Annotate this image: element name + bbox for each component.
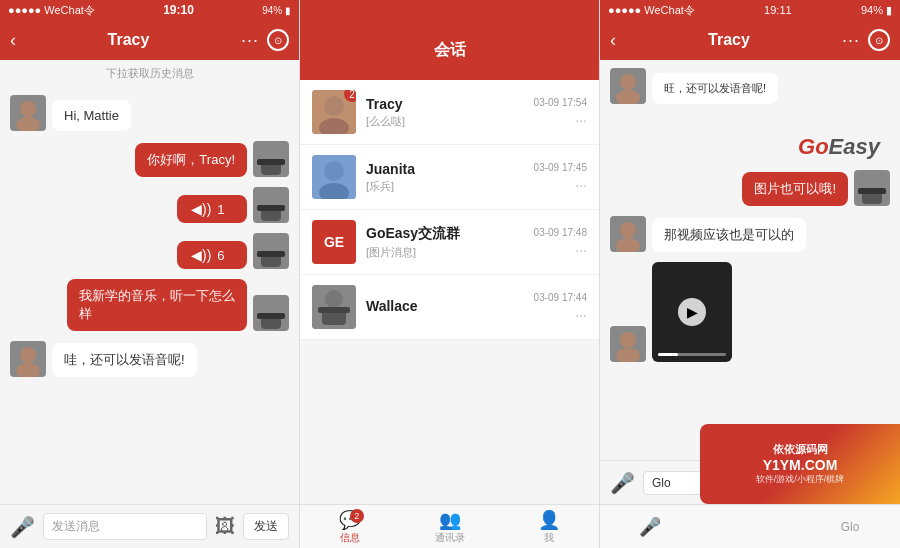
right-battery: 94% ▮ [861,4,892,17]
right-voice-button[interactable]: 🎤 [610,471,635,495]
right-back-button[interactable]: ‹ [610,30,616,51]
svg-point-11 [263,299,279,315]
left-nav-title: Tracy [108,31,150,49]
svg-point-28 [864,174,880,190]
msg-row: 旺，还可以发语音呢! [610,68,890,104]
avatar [253,295,289,331]
right-more-button[interactable]: ··· [842,30,860,51]
conv-dots: ··· [534,177,587,193]
conv-meta: 03-09 17:54 ··· [534,97,587,128]
conv-avatar [312,285,356,329]
svg-point-1 [16,117,40,131]
left-status-bar: ●●●●● WeChat令 19:10 94% ▮ [0,0,299,20]
play-button[interactable]: ▶ [678,298,706,326]
conv-time: 03-09 17:48 [534,227,587,238]
conv-dots: ··· [534,112,587,128]
voice-icon: ◀)) [191,201,211,217]
conv-item-goeasy[interactable]: GE GoEasy交流群 [图片消息] 03-09 17:48 ··· [300,210,599,275]
conv-name: Juanita [366,161,524,177]
conv-time: 03-09 17:44 [534,292,587,303]
conv-item-wallace[interactable]: Wallace 03-09 17:44 ··· [300,275,599,340]
voice-count: 6 [217,248,224,263]
avatar [253,233,289,269]
watermark-sub: 软件/游戏/小程序/棋牌 [756,473,845,486]
svg-rect-4 [257,159,285,165]
right-tab-text[interactable]: Glo [800,505,900,548]
left-carrier: ●●●●● WeChat令 [8,3,95,18]
image-button[interactable]: 🖼 [215,515,235,538]
left-record-button[interactable]: ⊙ [267,29,289,51]
voice-icon: ◀)) [191,247,211,263]
left-nav-actions: ··· ⊙ [241,29,289,51]
voice-toggle-button[interactable]: 🎤 [10,515,35,539]
message-bubble: 你好啊，Tracy! [135,143,247,177]
tab-me[interactable]: 👤 我 [499,505,599,548]
tab-messages[interactable]: 💬 2 信息 [300,505,400,548]
svg-point-23 [325,290,343,308]
left-more-button[interactable]: ··· [241,30,259,51]
conv-meta: 03-09 17:44 ··· [534,292,587,323]
mid-header-area: 会话 [300,0,599,80]
svg-rect-25 [318,307,350,313]
right-chat-area: 旺，还可以发语音呢! GoEasy 图片也可以哦! 那视频应该也是可以的 ▶ [600,60,900,460]
me-icon: 👤 [538,509,560,531]
right-record-button[interactable]: ⊙ [868,29,890,51]
conversation-list: 2 Tracy [么么哒] 03-09 17:54 ··· Juanita [乐… [300,80,599,504]
msg-row: 那视频应该也是可以的 [610,216,890,252]
svg-point-5 [263,191,279,207]
mid-panel: 会话 2 Tracy [么么哒] 03-09 17:54 ··· Juan [300,0,600,548]
svg-point-32 [616,238,640,252]
left-chat-area: Hi, Mattie 你好啊，Tracy! ◀)) 1 ◀)) [0,87,299,504]
message-bubble: 图片也可以哦! [742,172,848,206]
record-icon: ⊙ [274,35,282,46]
messages-badge: 2 [350,509,364,523]
right-nav-title: Tracy [708,31,750,49]
voice-message[interactable]: ◀)) 1 [177,195,247,223]
conv-item-tracy[interactable]: 2 Tracy [么么哒] 03-09 17:54 ··· [300,80,599,145]
left-back-button[interactable]: ‹ [10,30,16,51]
message-bubble: 哇，还可以发语音呢! [52,343,197,377]
tab-contacts[interactable]: 👥 通讯录 [400,505,500,548]
conv-preview: [么么哒] [366,114,524,129]
avatar [610,68,646,104]
conv-info: Tracy [么么哒] [366,96,524,129]
right-panel: ●●●●● WeChat令 19:11 94% ▮ ‹ Tracy ··· ⊙ … [600,0,900,548]
msg-row: 我新学的音乐，听一下怎么样 [10,279,289,331]
avatar [854,170,890,206]
svg-rect-10 [257,251,285,257]
watermark-url: Y1YM.COM [763,457,838,473]
conv-time: 03-09 17:45 [534,162,587,173]
message-input-label: 发送消息 [43,513,207,540]
tab-me-label: 我 [544,531,554,545]
svg-point-0 [20,101,36,117]
left-bottom-bar: 🎤 发送消息 🖼 发送 [0,504,299,548]
voice-count: 1 [217,202,224,217]
mid-tab-bar: 💬 2 信息 👥 通讯录 👤 我 [300,504,599,548]
msg-row: ▶ [610,262,890,362]
pull-hint: 下拉获取历史消息 [0,60,299,87]
right-tab-bar: 🎤 Glo [600,504,900,548]
svg-point-31 [620,222,636,238]
svg-point-8 [263,237,279,253]
video-message[interactable]: ▶ [652,262,732,362]
msg-row: 图片也可以哦! [610,170,890,206]
conv-avatar: GE [312,220,356,264]
conv-meta: 03-09 17:45 ··· [534,162,587,193]
msg-row: ◀)) 1 [10,187,289,223]
send-button[interactable]: 发送 [243,513,289,540]
svg-rect-13 [257,313,285,319]
goeasy-logo: GoEasy [610,114,890,160]
voice-message[interactable]: ◀)) 6 [177,241,247,269]
msg-row: 哇，还可以发语音呢! [10,341,289,377]
conv-time: 03-09 17:54 [534,97,587,108]
msg-row: Hi, Mattie [10,95,289,131]
conv-name: Tracy [366,96,524,112]
conv-preview: [图片消息] [366,245,524,260]
conv-item-juanita[interactable]: Juanita [乐兵] 03-09 17:45 ··· [300,145,599,210]
conv-name-wallace: Wallace [366,298,524,314]
svg-point-26 [620,74,636,90]
avatar [253,141,289,177]
svg-rect-30 [858,188,886,194]
right-tab-text-label: Glo [841,520,860,534]
right-tab-mic[interactable]: 🎤 [600,505,700,548]
